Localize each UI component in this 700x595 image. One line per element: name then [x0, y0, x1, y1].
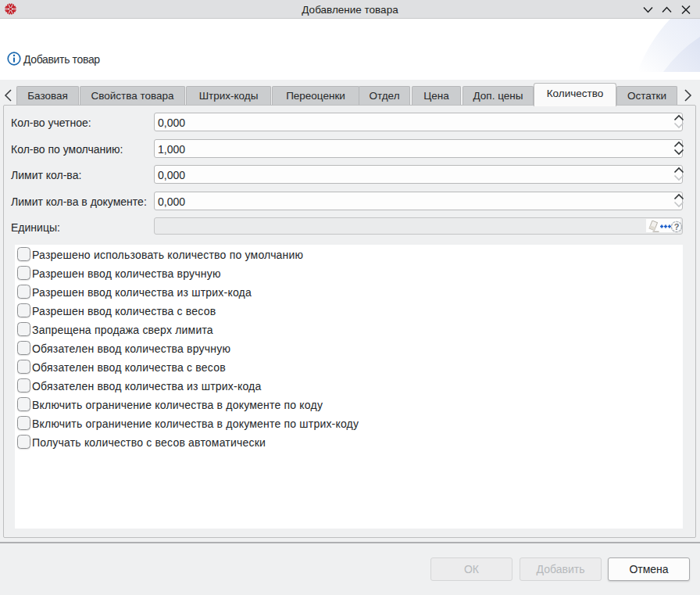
svg-text:?: ? — [674, 222, 680, 231]
